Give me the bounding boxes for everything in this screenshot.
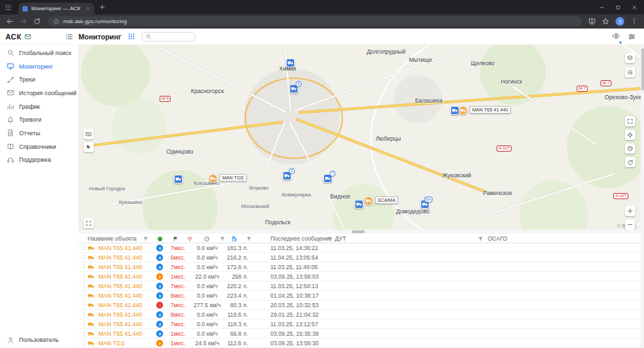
vehicle-name: MAN Т65 41.440 bbox=[99, 319, 142, 329]
table-row[interactable]: ⋮MAN Т65 41.4407мес.0.0 км/ч118.3 л.11.0… bbox=[78, 319, 641, 329]
sidebar-item-global-search[interactable]: Глобальный поиск bbox=[0, 46, 78, 60]
route-refresh-icon bbox=[627, 159, 633, 165]
header-search-input[interactable] bbox=[154, 33, 192, 39]
tab-title: Мониторинг — АСК bbox=[31, 5, 82, 12]
table-row[interactable]: ⋮MAN Т65 41.4407мес.0.0 км/ч181.3 л.11.0… bbox=[78, 243, 641, 253]
window-minimize-button[interactable] bbox=[594, 0, 610, 14]
map-layers-button[interactable] bbox=[625, 53, 635, 63]
browser-tab[interactable]: Мониторинг — АСК bbox=[18, 3, 94, 14]
filter-icon[interactable] bbox=[143, 236, 149, 242]
install-app-icon[interactable] bbox=[588, 18, 596, 25]
cluster-badge: 10+ bbox=[424, 196, 433, 203]
map-minimap-button[interactable] bbox=[84, 129, 94, 139]
vehicle-marker[interactable]: 6 bbox=[289, 84, 298, 93]
vehicle-label[interactable]: MAN TGS bbox=[219, 174, 247, 181]
bookmark-star-icon[interactable] bbox=[602, 18, 609, 25]
vehicle-marker[interactable] bbox=[209, 174, 217, 183]
row-drag-handle[interactable]: ⋮ bbox=[81, 310, 86, 319]
map-expand-map-button[interactable] bbox=[84, 218, 94, 228]
vehicle-marker[interactable] bbox=[459, 106, 467, 115]
row-drag-handle[interactable]: ⋮ bbox=[81, 291, 86, 300]
map-place-label: Мытищи bbox=[409, 56, 432, 63]
vehicle-label[interactable]: SCANIA bbox=[375, 196, 398, 204]
last-message-value: 11.03.25, 14:36:22 bbox=[270, 243, 318, 253]
browser-apps-icon[interactable] bbox=[5, 4, 12, 11]
map[interactable]: ДолгопрудныйМытищиЩелковоХимкиНогинскОре… bbox=[78, 45, 641, 230]
menu-toggle-icon[interactable] bbox=[65, 33, 73, 41]
row-drag-handle[interactable]: ⋮ bbox=[81, 300, 86, 310]
address-bar[interactable]: msk.ask-gps.ru/monitoring bbox=[48, 16, 582, 27]
vehicle-marker[interactable]: 2 bbox=[283, 171, 291, 180]
vehicle-marker[interactable] bbox=[286, 58, 295, 67]
vehicle-marker[interactable] bbox=[174, 175, 183, 184]
filter-icon[interactable] bbox=[478, 236, 484, 242]
table-row[interactable]: ⋮MAN Т65 41.4401мес.0.0 км/ч66.8 л.03.09… bbox=[78, 329, 641, 338]
settings-sliders-icon[interactable] bbox=[628, 33, 636, 41]
apps-grid-icon[interactable] bbox=[128, 33, 135, 40]
row-drag-handle[interactable]: ⋮ bbox=[81, 272, 86, 281]
map-fullscreen-button[interactable] bbox=[625, 116, 635, 126]
header-search[interactable] bbox=[141, 32, 196, 41]
row-drag-handle[interactable]: ⋮ bbox=[81, 262, 86, 272]
site-info-icon[interactable] bbox=[53, 18, 59, 24]
last-message-value: 03.09.25, 13:56:30 bbox=[270, 338, 319, 348]
back-icon[interactable] bbox=[6, 18, 14, 25]
reload-icon[interactable] bbox=[33, 18, 41, 25]
filter-icon[interactable] bbox=[219, 236, 226, 242]
sidebar-item-directories[interactable]: Справочники bbox=[0, 140, 78, 154]
row-drag-handle[interactable]: ⋮ bbox=[81, 281, 86, 291]
map-refresh-track-button[interactable] bbox=[625, 157, 635, 167]
chart-icon bbox=[7, 103, 14, 110]
map-history-button[interactable] bbox=[625, 143, 635, 154]
browser-menu-icon[interactable] bbox=[630, 18, 638, 25]
table-row[interactable]: ⋮MAN Т65 41.4407мес.0.0 км/ч172.6 л.11.0… bbox=[78, 262, 641, 272]
row-drag-handle[interactable]: ⋮ bbox=[81, 338, 86, 348]
tab-favicon bbox=[22, 6, 28, 12]
row-drag-handle[interactable]: ⋮ bbox=[81, 319, 86, 329]
status-parked-icon bbox=[156, 254, 163, 261]
table-row[interactable]: ⋮MAN Т65 41.4406мес.0.0 км/ч216.2 л.11.0… bbox=[78, 253, 641, 262]
vehicle-marker[interactable] bbox=[364, 196, 373, 205]
forward-icon[interactable] bbox=[20, 18, 27, 25]
table-row[interactable]: ⋮MAN Т65 41.4408мес.0.0 км/ч119.6 л.29.0… bbox=[78, 310, 641, 319]
sidebar-item-tracks[interactable]: Треки bbox=[0, 73, 78, 86]
map-canvas[interactable]: ДолгопрудныйМытищиЩелковоХимкиНогинскОре… bbox=[78, 45, 641, 230]
map-locate-button[interactable] bbox=[625, 130, 635, 140]
table-row[interactable]: ⋮MAN Т65 41.4407мес.0.0 км/ч220.2 л.11.0… bbox=[78, 281, 641, 291]
map-select-cursor-button[interactable] bbox=[84, 142, 94, 152]
sidebar-item-support[interactable]: Поддержка bbox=[0, 154, 78, 167]
sidebar-item-user[interactable]: Пользователь bbox=[0, 333, 78, 347]
sidebar-item-reports[interactable]: Отчеты bbox=[0, 126, 78, 140]
table-row[interactable]: ⋮MAN Т65 41.4407мес.277.5 км/ч80.3 л.20.… bbox=[78, 300, 641, 310]
row-drag-handle[interactable]: ⋮ bbox=[81, 329, 86, 338]
sidebar-item-alarms[interactable]: Тревоги bbox=[0, 113, 78, 126]
map-zoom-out-button[interactable] bbox=[625, 220, 635, 230]
sidebar-item-chart[interactable]: График bbox=[0, 100, 78, 114]
row-drag-handle[interactable]: ⋮ bbox=[81, 243, 86, 253]
window-maximize-button[interactable] bbox=[610, 0, 626, 14]
window-close-button[interactable] bbox=[626, 0, 643, 14]
vehicle-label[interactable]: MAN Т65 41.440 bbox=[469, 106, 511, 114]
vehicle-marker[interactable]: 10+ bbox=[421, 200, 429, 209]
vehicle-marker[interactable] bbox=[355, 200, 363, 209]
visibility-button[interactable] bbox=[612, 31, 620, 43]
last-message-value: 11.03.25, 11:49:05 bbox=[270, 262, 318, 272]
row-drag-handle[interactable]: ⋮ bbox=[81, 253, 86, 262]
table-row[interactable]: ⋮MAN Т65 41.4406мес.0.0 км/ч223.4 л.01.0… bbox=[78, 291, 641, 300]
new-tab-button[interactable] bbox=[99, 4, 105, 10]
table-row[interactable]: ⋮MAN TGS1мес.24.5 км/ч112.6 л.03.09.25, … bbox=[78, 338, 641, 348]
filter-icon[interactable] bbox=[246, 236, 252, 242]
vertical-scrollbar-thumb[interactable] bbox=[641, 48, 644, 90]
profile-avatar[interactable] bbox=[615, 17, 624, 26]
vehicle-marker[interactable]: 7 bbox=[323, 174, 332, 183]
table-row[interactable]: ⋮MAN Т65 41.4401мес.22.0 км/ч258 л.03.09… bbox=[78, 272, 641, 281]
tab-close-icon[interactable] bbox=[86, 6, 90, 11]
map-objects-list-button[interactable] bbox=[625, 67, 635, 77]
sidebar-item-monitoring[interactable]: Мониторинг bbox=[0, 60, 78, 73]
app-logo[interactable]: АСК bbox=[5, 33, 31, 41]
horizontal-scrollbar-thumb[interactable] bbox=[352, 230, 365, 233]
sidebar-item-message-history[interactable]: История сообщений bbox=[0, 86, 78, 100]
maximize-icon bbox=[615, 5, 621, 10]
filter-icon[interactable] bbox=[327, 236, 333, 242]
map-zoom-in-button[interactable] bbox=[625, 206, 635, 216]
